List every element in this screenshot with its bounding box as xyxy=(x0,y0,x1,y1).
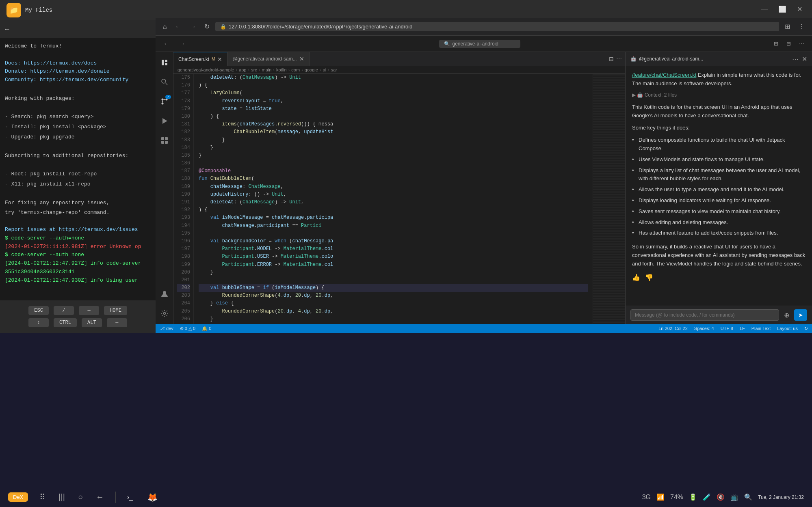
key-home[interactable]: HOME xyxy=(104,306,127,315)
tab-ai-android-label: @generativeai-android-sam... xyxy=(232,56,297,62)
key-slash[interactable]: / xyxy=(54,306,74,315)
svg-rect-9 xyxy=(161,137,164,140)
layout-btn[interactable]: ⊟ xyxy=(784,39,794,48)
status-sync-icon[interactable]: ↻ xyxy=(804,326,808,331)
ai-bullet-2: Uses ViewModels and state flows to manag… xyxy=(632,154,806,165)
browser-menu-btn[interactable]: ⋮ xyxy=(796,21,807,32)
tab-bar: ChatScreen.kt M ✕ @generativeai-android-… xyxy=(173,52,625,66)
ai-file-link[interactable]: /feature/chat/ChatScreen.kt xyxy=(632,72,696,78)
activity-settings[interactable] xyxy=(157,306,172,321)
browser-home-btn[interactable]: ⌂ xyxy=(160,22,169,32)
browser-back-btn[interactable]: ← xyxy=(173,22,184,32)
termux-header: 📁 My Files xyxy=(0,0,156,20)
ai-chat-content: /feature/chat/ChatScreen.kt Explain in s… xyxy=(626,66,812,306)
taskbar-home[interactable]: ○ xyxy=(75,491,86,503)
maximize-btn[interactable]: ⬜ xyxy=(775,4,790,15)
ai-bot-icon: 🤖 xyxy=(630,56,637,62)
svg-line-4 xyxy=(166,83,167,85)
taskbar-search-icon[interactable]: 🔍 xyxy=(744,493,752,501)
bc-kotlin: kotlin xyxy=(276,67,287,72)
termux-line xyxy=(5,217,151,226)
taskbar-apps-grid[interactable]: ⠿ xyxy=(36,491,49,504)
vscode-forward-btn[interactable]: → xyxy=(176,39,188,49)
key-dash[interactable]: — xyxy=(79,306,99,315)
editor-split-btn[interactable]: ⊟ xyxy=(609,56,614,62)
tab-chatscreen-close[interactable]: ✕ xyxy=(217,56,222,63)
key-backspace[interactable]: ← xyxy=(107,318,127,327)
taskbar-battery-pct: 74% xyxy=(670,494,683,501)
termux-line xyxy=(5,51,151,59)
bc-app: app xyxy=(239,67,246,72)
source-control-badge: 7 xyxy=(165,95,171,99)
thumbs-down-btn[interactable]: 👎 xyxy=(645,272,653,283)
ai-message-input[interactable] xyxy=(630,309,779,321)
termux-cmd1: $ code-server --auth=none xyxy=(5,234,151,243)
vscode-back-btn[interactable]: ← xyxy=(160,39,173,49)
taskbar-firefox-btn[interactable]: 🦊 xyxy=(144,491,161,504)
status-layout: Layout: us xyxy=(777,326,798,331)
ai-attach-btn[interactable]: ⊕ xyxy=(782,310,791,321)
termux-line xyxy=(5,142,151,150)
browser-ext-btn[interactable]: ⊞ xyxy=(782,21,793,32)
taskbar-multitask[interactable]: ||| xyxy=(55,491,68,503)
ai-bullet-5: Displays loading indicators while waitin… xyxy=(632,195,806,206)
ai-bullet-4: Allows the user to type a message and se… xyxy=(632,184,806,195)
svg-rect-1 xyxy=(165,60,167,62)
browser-urlbar: ⌂ ← → ↻ 🔒 127.0.0.1:8080/?folder=/storag… xyxy=(156,18,812,36)
tab-ai-android-close[interactable]: ✕ xyxy=(299,56,304,62)
termux-keyboard: ESC / — HOME ↕ CTRL ALT ← xyxy=(0,300,156,333)
termux-welcome: Welcome to Termux! xyxy=(5,42,151,51)
search-text[interactable]: generative-ai-android xyxy=(453,41,498,47)
ai-more-btn[interactable]: ⋯ xyxy=(792,55,799,63)
taskbar-start-btn[interactable]: DeX xyxy=(8,492,28,502)
thumbs-up-btn[interactable]: 👍 xyxy=(632,272,640,283)
ai-bullet-7: Allows editing and deleting messages. xyxy=(632,217,806,228)
status-position: Ln 202, Col 22 xyxy=(658,326,688,331)
browser-toolbar: ← → 🔍 generative-ai-android ⊞ ⊟ ⋯ xyxy=(156,36,812,52)
activity-search[interactable] xyxy=(157,75,172,89)
bc-com: com xyxy=(291,67,300,72)
more-btn[interactable]: ⋯ xyxy=(796,39,807,48)
svg-marker-8 xyxy=(162,118,167,124)
url-text: 127.0.0.1:8080/?folder=/storage/emulated… xyxy=(229,24,413,30)
svg-rect-11 xyxy=(161,141,164,144)
ai-close-btn[interactable]: ✕ xyxy=(802,55,807,63)
close-btn[interactable]: ✕ xyxy=(794,4,806,15)
activity-run[interactable] xyxy=(157,114,172,128)
activity-explorer[interactable] xyxy=(157,55,172,70)
key-alt[interactable]: ALT xyxy=(82,318,102,327)
taskbar-separator-1 xyxy=(115,492,116,503)
ai-tab[interactable]: 🤖 @generativeai-android-sam... xyxy=(630,56,703,62)
taskbar-screen-icon: 📺 xyxy=(730,493,738,501)
key-ctrl[interactable]: CTRL xyxy=(54,318,77,327)
split-view-btn[interactable]: ⊞ xyxy=(771,39,781,48)
taskbar-back[interactable]: ← xyxy=(93,491,107,503)
minimize-btn[interactable]: — xyxy=(758,4,771,14)
browser-reload-btn[interactable]: ↻ xyxy=(202,21,212,32)
activity-extensions[interactable] xyxy=(157,133,172,148)
svg-rect-12 xyxy=(165,141,168,144)
termux-info1: [2024-01-02T21:12:47.927Z] info code-ser… xyxy=(5,259,151,268)
activity-bar: 7 xyxy=(156,52,173,324)
key-esc[interactable]: ESC xyxy=(28,306,49,315)
tab-ai-android[interactable]: @generativeai-android-sam... ✕ xyxy=(227,52,309,66)
key-arrows[interactable]: ↕ xyxy=(28,318,49,327)
termux-x11-repo: - X11: pkg install x11-repo xyxy=(5,180,151,189)
code-editor: 175176177178179 180181182183184 18518618… xyxy=(173,74,625,324)
activity-source-control[interactable]: 7 xyxy=(157,94,172,109)
bc-sample: generativeai-android-sample xyxy=(178,67,234,72)
status-branch[interactable]: ⎇ dev xyxy=(160,326,173,331)
editor-area: 7 ChatScreen.kt M ✕ xyxy=(156,52,812,324)
taskbar-terminal-btn[interactable]: ›_ xyxy=(124,492,136,503)
ai-send-btn[interactable]: ➤ xyxy=(794,309,807,321)
ai-summary: So in summary, it builds a reactive chat… xyxy=(632,243,806,268)
termux-back-btn[interactable]: ← xyxy=(5,25,9,33)
ai-context: ▶ 🤖 Context: 2 files xyxy=(632,91,806,99)
activity-account[interactable] xyxy=(157,287,172,301)
taskbar-network-icon: 3G xyxy=(642,494,651,501)
tab-chatscreen[interactable]: ChatScreen.kt M ✕ xyxy=(173,52,227,66)
url-bar[interactable]: 🔒 127.0.0.1:8080/?folder=/storage/emulat… xyxy=(215,22,779,31)
browser-forward-btn[interactable]: → xyxy=(187,22,199,32)
termux-working-packages: Working with packages: xyxy=(5,95,151,103)
editor-more-btn[interactable]: ⋯ xyxy=(616,56,622,62)
